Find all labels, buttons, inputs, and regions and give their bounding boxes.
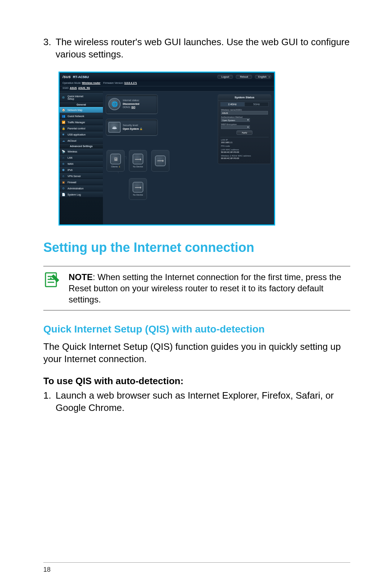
apply-button[interactable]: Apply <box>237 130 252 135</box>
sidebar-item-vpn-server[interactable]: ⎋VPN Server <box>60 173 103 179</box>
wireless-icon: 📡 <box>61 150 65 154</box>
router-infobar: Operation Mode: Wireless router Firmware… <box>60 81 274 86</box>
usb-port-icon: ⟿ <box>133 154 143 164</box>
router-ssidbar: SSID: ASUS ASUS_5G <box>60 86 274 91</box>
router-gui-screenshot: /SUS RT-AC56U Logout Reboot English Oper… <box>58 72 275 226</box>
asus-logo: /SUS <box>62 75 71 79</box>
sidebar-item-guest-network[interactable]: 👥Guest Network <box>60 113 103 119</box>
usb-port-icon: ⟿ <box>155 155 166 166</box>
syslog-icon: 📄 <box>61 193 65 197</box>
sidebar-item-traffic-manager[interactable]: 📶Traffic Manager <box>60 119 103 125</box>
sidebar-item-wan[interactable]: ⊕WAN <box>60 161 103 167</box>
wan-icon: ⊕ <box>61 162 65 166</box>
qis-icon: ◎ <box>61 95 65 99</box>
system-status-panel: System Status 2.4GHz 5GHz Wireless name(… <box>218 94 271 164</box>
page-number: 18 <box>43 566 51 574</box>
cloud-icon: ☁ <box>61 139 65 143</box>
sidebar-header-advanced: Advanced Settings <box>60 144 103 149</box>
svg-point-0 <box>112 127 117 129</box>
qis-step-1-number: 1. <box>43 390 56 414</box>
firewall-icon: ▣ <box>61 180 65 184</box>
sidebar-item-wireless[interactable]: 📡Wireless <box>60 149 103 155</box>
clients-card[interactable]: 🖥 Clients: 1 <box>107 150 125 172</box>
network-map-icon: 🏠 <box>61 108 65 112</box>
note-section: NOTE: When setting the Internet connecti… <box>43 266 350 311</box>
language-select[interactable]: English <box>255 75 271 79</box>
heading-to-use-qis: To use QIS with auto-detection: <box>43 375 350 387</box>
sidebar-item-firewall[interactable]: ▣Firewall <box>60 179 103 185</box>
security-level-card[interactable]: Security level: Open System 🔓 <box>106 119 158 136</box>
status-panel-title: System Status <box>218 95 271 100</box>
guest-icon: 👥 <box>61 114 65 118</box>
traffic-icon: 📶 <box>61 120 65 124</box>
router-model: RT-AC56U <box>73 75 89 79</box>
sidebar-header-general: General <box>60 102 103 107</box>
router-sidebar: ◎ Quick InternetSetup General 🏠Network M… <box>60 91 103 224</box>
usb-port-2-card[interactable]: ⟿ <box>151 150 169 172</box>
step-3-number: 3. <box>43 36 56 61</box>
sidebar-item-administration[interactable]: ⚙Administration <box>60 185 103 192</box>
auth-select[interactable]: Open System <box>221 118 250 122</box>
qis-step-1-text: Launch a web browser such as Internet Ex… <box>56 390 350 414</box>
router-icon <box>108 122 121 133</box>
lock-icon: 🔒 <box>61 126 65 130</box>
step-3-text: The wireless router's web GUI launches. … <box>56 36 350 61</box>
vpn-icon: ⎋ <box>61 174 65 178</box>
sidebar-item-network-map[interactable]: 🏠Network Map <box>60 107 103 113</box>
heading-qis: Quick Internet Setup (QIS) with auto-det… <box>43 323 350 335</box>
logout-button[interactable]: Logout <box>217 75 233 79</box>
wep-select[interactable] <box>221 125 250 129</box>
note-text: NOTE: When setting the Internet connecti… <box>69 271 350 305</box>
sidebar-item-parental-control[interactable]: 🔒Parental control <box>60 125 103 132</box>
usb-port-3-card[interactable]: ⟿ No Device <box>129 178 147 200</box>
globe-icon: 🌐 <box>108 98 121 110</box>
admin-icon: ⚙ <box>61 186 65 190</box>
router-main-area: 🌐 Internet status: Disconnected DDNS: GO <box>103 91 274 224</box>
qis-steps: 1. Launch a web browser such as Internet… <box>43 390 350 414</box>
unlock-icon: 🔓 <box>140 128 142 130</box>
sidebar-item-aicloud[interactable]: ☁AiCloud <box>60 138 103 144</box>
ipv6-icon: ⬢ <box>61 168 65 172</box>
step-3: 3. The wireless router's web GUI launche… <box>43 36 350 61</box>
qis-description: The Quick Internet Setup (QIS) function … <box>43 341 350 365</box>
network-diagram: 🖥 Clients: 1 ⟿ No Device ⟿ ⟿ <box>106 139 158 197</box>
sidebar-item-qis[interactable]: ◎ Quick InternetSetup <box>60 93 103 102</box>
reboot-button[interactable]: Reboot <box>236 75 252 79</box>
tab-24ghz[interactable]: 2.4GHz <box>220 102 244 107</box>
monitor-icon: 🖥 <box>110 154 121 164</box>
heading-setting-up: Setting up the Internet connection <box>43 240 350 255</box>
sidebar-item-ipv6[interactable]: ⬢IPv6 <box>60 167 103 173</box>
router-topbar: /SUS RT-AC56U Logout Reboot English <box>60 73 274 81</box>
tab-5ghz[interactable]: 5GHz <box>244 102 269 107</box>
note-icon <box>43 271 61 290</box>
sidebar-item-usb-application[interactable]: ✱USB application <box>60 132 103 138</box>
footer-rule <box>43 562 350 563</box>
sidebar-item-system-log[interactable]: 📄System Log <box>60 192 103 198</box>
sidebar-item-lan[interactable]: ⌂LAN <box>60 155 103 161</box>
internet-status-card[interactable]: 🌐 Internet status: Disconnected DDNS: GO <box>106 94 158 114</box>
lan-icon: ⌂ <box>61 156 65 160</box>
ssid-input[interactable]: ASUS <box>221 111 268 115</box>
usb-icon: ✱ <box>61 133 65 137</box>
usb-port-1-card[interactable]: ⟿ No Device <box>129 150 147 172</box>
usb-port-icon: ⟿ <box>133 182 143 193</box>
